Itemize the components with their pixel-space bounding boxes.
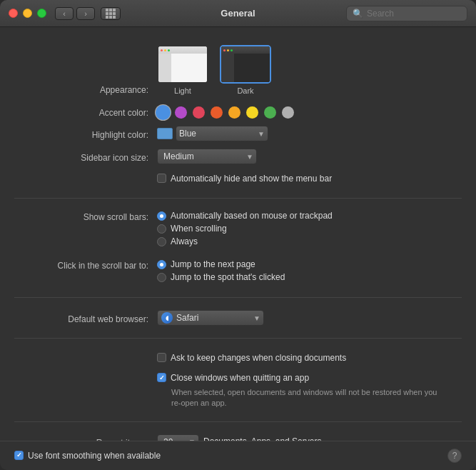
scroll-click-options: Jump to the next page Jump to the spot t… (157, 259, 462, 285)
close-windows-row: Close windows when quitting an app When … (0, 369, 476, 413)
ask-keep-checkbox-label: Ask to keep changes when closing documen… (171, 352, 346, 364)
ask-keep-label (14, 357, 157, 359)
close-windows-checkbox-label: Close windows when quitting an app (171, 372, 309, 384)
scroll-click-label: Click in the scroll bar to: (14, 259, 157, 271)
accent-pink[interactable] (193, 106, 205, 119)
sidebar-icon-size-select[interactable]: Small Medium Large (157, 149, 257, 164)
click-spot-radio[interactable] (157, 273, 166, 282)
content-area: Appearance: (0, 27, 476, 441)
recent-items-select-wrapper: 5 10 15 20 30 50 None ▼ (157, 434, 199, 441)
accent-color-row: Accent color: (0, 101, 476, 122)
menu-bar-row: Automatically hide and show the menu bar (0, 168, 476, 189)
light-thumb (157, 45, 208, 84)
nav-buttons: ‹ › (55, 7, 121, 20)
close-windows-label (14, 372, 157, 374)
accent-yellow[interactable] (246, 106, 258, 119)
scroll-auto-option: Automatically based on mouse or trackpad (157, 211, 333, 221)
scroll-always-label: Always (171, 236, 198, 246)
titlebar: ‹ › General 🔍 (0, 0, 476, 27)
click-next-page-label: Jump to the next page (171, 259, 255, 269)
window-title: General (221, 8, 255, 19)
search-input[interactable] (367, 9, 461, 19)
font-smoothing-label: Use font smoothing when available (28, 450, 161, 462)
ask-keep-checkbox[interactable] (157, 353, 166, 362)
sidebar-icon-size-label: Sidebar icon size: (14, 151, 157, 163)
accent-green[interactable] (264, 106, 276, 119)
close-windows-checkbox[interactable] (157, 373, 166, 382)
maximize-button[interactable] (37, 9, 46, 18)
highlight-select-wrapper: Blue Graphite Red Orange Yellow Green Pu… (157, 126, 268, 141)
close-windows-checkbox-row: Close windows when quitting an app (157, 372, 309, 384)
accent-color-options (157, 105, 462, 119)
separator-1 (14, 198, 462, 199)
light-label: Light (174, 86, 191, 95)
recent-items-suffix: Documents, Apps, and Servers (203, 436, 321, 441)
font-smoothing-checkbox[interactable] (14, 451, 24, 460)
back-button[interactable]: ‹ (55, 7, 74, 20)
scroll-auto-radio[interactable] (157, 211, 166, 221)
dark-thumb (220, 45, 271, 84)
close-windows-subtext: When selected, open documents and window… (171, 387, 442, 409)
grid-button[interactable] (101, 7, 121, 20)
click-spot-label: Jump to the spot that's clicked (171, 272, 285, 282)
accent-graphite[interactable] (282, 106, 294, 119)
default-browser-content: ◖ Safari Chrome Firefox ▼ (157, 310, 462, 326)
menu-bar-checkbox-row: Automatically hide and show the menu bar (157, 173, 332, 185)
sidebar-icon-size-row: Sidebar icon size: Small Medium Large ▼ (0, 145, 476, 168)
appearance-row: Appearance: (0, 41, 476, 101)
recent-items-content: 5 10 15 20 30 50 None ▼ Documents, Apps,… (157, 434, 462, 441)
click-spot-option: Jump to the spot that's clicked (157, 272, 285, 282)
dark-label: Dark (237, 86, 253, 95)
appearance-light[interactable]: Light (157, 45, 208, 95)
search-icon: 🔍 (353, 9, 363, 19)
ask-keep-checkbox-row: Ask to keep changes when closing documen… (157, 352, 346, 364)
highlight-color-label: Highlight color: (14, 128, 157, 140)
accent-red[interactable] (211, 106, 223, 119)
appearance-options: Light (157, 45, 462, 95)
scroll-when-option: When scrolling (157, 224, 227, 234)
scroll-bars-row: Show scroll bars: Automatically based on… (0, 207, 476, 253)
scroll-auto-label: Automatically based on mouse or trackpad (171, 211, 333, 221)
recent-items-select[interactable]: 5 10 15 20 30 50 None (157, 434, 199, 441)
search-box[interactable]: 🔍 (346, 6, 467, 21)
click-next-page-option: Jump to the next page (157, 259, 255, 269)
accent-purple[interactable] (175, 106, 187, 119)
close-windows-content: Close windows when quitting an app When … (157, 372, 462, 409)
scroll-bars-label: Show scroll bars: (14, 211, 157, 222)
accent-blue[interactable] (157, 106, 169, 119)
default-browser-select[interactable]: Safari Chrome Firefox (157, 310, 264, 326)
ask-keep-row: Ask to keep changes when closing documen… (0, 347, 476, 369)
accent-color-label: Accent color: (14, 106, 157, 118)
highlight-color-select[interactable]: Blue Graphite Red Orange Yellow Green Pu… (176, 126, 268, 141)
bottom-section: Use font smoothing when available ? (0, 441, 476, 470)
recent-items-controls: 5 10 15 20 30 50 None ▼ Documents, Apps,… (157, 434, 321, 441)
appearance-label: Appearance: (14, 83, 157, 95)
menu-bar-content: Automatically hide and show the menu bar (157, 173, 462, 185)
separator-2 (14, 297, 462, 298)
appearance-dark[interactable]: Dark (220, 45, 271, 95)
scroll-click-row: Click in the scroll bar to: Jump to the … (0, 256, 476, 289)
forward-button[interactable]: › (76, 7, 95, 20)
grid-icon (106, 9, 116, 19)
recent-items-label: Recent items: (14, 436, 157, 441)
browser-select-wrapper: ◖ Safari Chrome Firefox ▼ (157, 310, 264, 326)
help-button[interactable]: ? (447, 449, 462, 463)
window: ‹ › General 🔍 Appearance: (0, 0, 476, 470)
scroll-bars-options: Automatically based on mouse or trackpad… (157, 211, 462, 249)
traffic-lights (9, 9, 46, 18)
separator-4 (14, 421, 462, 422)
click-next-page-radio[interactable] (157, 260, 166, 269)
recent-items-row: Recent items: 5 10 15 20 30 50 None ▼ (0, 431, 476, 441)
sidebar-icon-size-content: Small Medium Large ▼ (157, 149, 462, 164)
default-browser-label: Default web browser: (14, 312, 157, 324)
scroll-when-radio[interactable] (157, 224, 166, 234)
menu-bar-checkbox[interactable] (157, 174, 166, 183)
scroll-always-radio[interactable] (157, 237, 166, 246)
scroll-always-option: Always (157, 236, 198, 246)
menu-bar-checkbox-label: Automatically hide and show the menu bar (171, 173, 332, 185)
close-button[interactable] (9, 9, 18, 18)
accent-orange[interactable] (228, 106, 240, 119)
minimize-button[interactable] (23, 9, 32, 18)
sidebar-select-wrapper: Small Medium Large ▼ (157, 149, 257, 164)
scroll-when-label: When scrolling (171, 224, 227, 234)
